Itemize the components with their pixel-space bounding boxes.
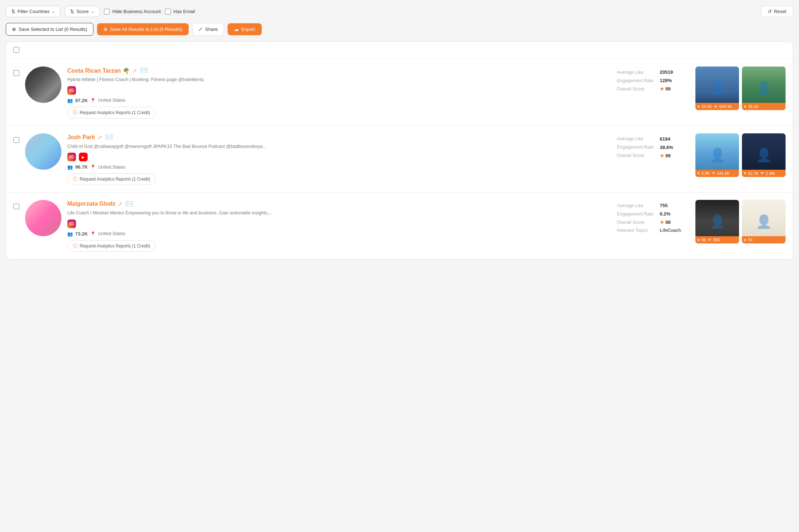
info-icon: ⓘ bbox=[73, 243, 77, 249]
card-info-1: Costa Rican Tarzan 🌴 ⬀ ✉️ Hybrid Athlete… bbox=[67, 66, 611, 118]
follower-row: 👥 73.2K 📍 United States bbox=[67, 231, 611, 237]
sort-icon: ⇅ bbox=[70, 9, 74, 14]
instagram-icon[interactable]: IG bbox=[67, 153, 76, 161]
avg-like-row: Average Like 755 bbox=[617, 203, 690, 208]
external-link-icon[interactable]: ⬀ bbox=[133, 68, 137, 73]
save-all-button[interactable]: ⊕ Save All Results to List (6 Results) bbox=[97, 23, 189, 35]
select-influencer-2[interactable] bbox=[13, 137, 19, 143]
info-icon: ⓘ bbox=[73, 109, 77, 116]
overall-score-value: ★ 98 bbox=[660, 219, 671, 225]
social-icons: IG ▶ bbox=[67, 153, 611, 161]
heart-icon: ♥ bbox=[744, 171, 746, 175]
reset-button[interactable]: ↺ Reset bbox=[761, 6, 793, 17]
hide-business-filter[interactable]: Hide Business Account bbox=[104, 9, 161, 15]
thumb-person-icon: 👤 bbox=[709, 81, 726, 96]
avatar-1 bbox=[25, 66, 61, 103]
engagement-rate-row: Engagement Rate 38.6% bbox=[617, 145, 690, 150]
thumb-stats-bar: ♥35.1K bbox=[742, 103, 786, 110]
avatar-2 bbox=[25, 133, 61, 170]
select-influencer-3[interactable] bbox=[13, 203, 19, 209]
external-link-icon[interactable]: ⬀ bbox=[98, 134, 102, 140]
action-bar: ⊕ Save Selected to List (0 Results) ⊕ Sa… bbox=[6, 23, 793, 36]
name-row: Malgorzata Glodz ⬀ ✉️ bbox=[67, 200, 611, 208]
select-influencer-1[interactable] bbox=[13, 70, 19, 76]
external-link-icon[interactable]: ⬀ bbox=[118, 201, 123, 207]
avg-like-value: 6194 bbox=[660, 136, 670, 142]
follower-count: 96.7K bbox=[75, 164, 88, 170]
save-selected-button[interactable]: ⊕ Save Selected to List (0 Results) bbox=[6, 23, 93, 36]
location-text: United States bbox=[98, 231, 125, 236]
analytics-button[interactable]: ⓘ Request Analytics Reports (1 Credit) bbox=[67, 240, 156, 252]
has-email-checkbox[interactable] bbox=[165, 9, 171, 15]
star-icon: ★ bbox=[660, 219, 664, 225]
save-all-icon: ⊕ bbox=[104, 27, 108, 32]
engagement-rate-label: Engagement Rate bbox=[617, 145, 657, 150]
email-icon: ✉️ bbox=[125, 200, 133, 208]
influencer-name[interactable]: Costa Rican Tarzan 🌴 bbox=[67, 67, 130, 74]
relevant-topics-value: LifeCoach bbox=[660, 228, 681, 233]
thumbnail-3-1[interactable]: 👤 ♥96 👁896 bbox=[695, 200, 739, 243]
heart-icon: ♥ bbox=[698, 105, 700, 109]
analytics-label: Request Analytics Reports (1 Credit) bbox=[80, 177, 150, 182]
avg-like-label: Average Like bbox=[617, 203, 657, 208]
reset-icon: ↺ bbox=[768, 9, 772, 14]
has-email-filter[interactable]: Has Email bbox=[165, 9, 195, 15]
engagement-rate-value: 38.6% bbox=[660, 145, 673, 150]
youtube-icon[interactable]: ▶ bbox=[79, 153, 88, 161]
analytics-button[interactable]: ⓘ Request Analytics Reports (1 Credit) bbox=[67, 107, 156, 118]
heart-icon: ♥ bbox=[698, 238, 700, 242]
thumb-person-icon: 👤 bbox=[756, 148, 772, 163]
analytics-label: Request Analytics Reports (1 Credit) bbox=[80, 243, 150, 249]
thumbnails-3: 👤 ♥96 👁896 👤 ♥54 bbox=[695, 200, 786, 243]
follower-row: 👥 97.2K 📍 United States bbox=[67, 98, 611, 103]
share-icon: ⤢ bbox=[198, 27, 202, 32]
influencer-card: Malgorzata Glodz ⬀ ✉️ Life Coach / Minds… bbox=[6, 193, 793, 259]
name-row: Costa Rican Tarzan 🌴 ⬀ ✉️ bbox=[67, 66, 611, 74]
engagement-rate-label: Engagement Rate bbox=[617, 211, 657, 217]
followers-icon: 👥 bbox=[67, 164, 73, 170]
thumbnail-2-2[interactable]: 👤 ♥62.7K 👁2.4M bbox=[742, 133, 786, 177]
share-label: Share bbox=[205, 27, 218, 32]
card-checkbox-2 bbox=[13, 137, 19, 144]
thumb-person-icon: 👤 bbox=[756, 81, 772, 96]
hide-business-checkbox[interactable] bbox=[104, 9, 110, 15]
save-selected-label: Save Selected to List (0 Results) bbox=[19, 27, 87, 32]
cards-container: Costa Rican Tarzan 🌴 ⬀ ✉️ Hybrid Athlete… bbox=[6, 59, 793, 259]
star-icon: ★ bbox=[660, 86, 664, 92]
analytics-label: Request Analytics Reports (1 Credit) bbox=[80, 110, 150, 115]
analytics-button[interactable]: ⓘ Request Analytics Reports (1 Credit) bbox=[67, 173, 156, 185]
thumbnails-2: 👤 ♥6.9K 👁341.6K 👤 ♥62.7K 👁2.4M bbox=[695, 133, 786, 177]
thumbnail-1-2[interactable]: 👤 ♥35.1K bbox=[742, 66, 786, 110]
name-row: Josh Park ⬀ ✉️ bbox=[67, 133, 611, 141]
export-button[interactable]: ☁ Export bbox=[228, 23, 262, 35]
avg-like-value: 20519 bbox=[660, 69, 673, 75]
email-icon: ✉️ bbox=[105, 133, 113, 141]
info-icon: ⓘ bbox=[73, 176, 77, 182]
thumb-person-icon: 👤 bbox=[709, 148, 726, 163]
eye-icon: 👁 bbox=[708, 238, 711, 242]
social-icons: IG bbox=[67, 86, 611, 95]
thumbnail-1-1[interactable]: 👤 ♥64.2K 👁608.3K bbox=[695, 66, 739, 110]
filter-countries-button[interactable]: ⇅ Filter Countries ⌄ bbox=[6, 6, 60, 17]
overall-score-label: Overall Score bbox=[617, 220, 657, 225]
instagram-icon[interactable]: IG bbox=[67, 219, 76, 228]
thumb-stats-bar: ♥64.2K 👁608.3K bbox=[695, 103, 739, 110]
thumb-stats-bar: ♥96 👁896 bbox=[695, 236, 739, 243]
eye-icon: 👁 bbox=[714, 105, 718, 109]
thumbnail-2-1[interactable]: 👤 ♥6.9K 👁341.6K bbox=[695, 133, 739, 177]
results-container: Costa Rican Tarzan 🌴 ⬀ ✉️ Hybrid Athlete… bbox=[6, 41, 793, 260]
select-all-checkbox[interactable] bbox=[13, 47, 19, 53]
thumbnail-3-2[interactable]: 👤 ♥54 bbox=[742, 200, 786, 243]
instagram-icon[interactable]: IG bbox=[67, 86, 76, 95]
score-button[interactable]: ⇅ Score ⌄ bbox=[65, 6, 100, 17]
heart-icon: ♥ bbox=[744, 105, 746, 109]
follower-count: 73.2K bbox=[75, 231, 88, 237]
avg-like-label: Average Like bbox=[617, 70, 657, 75]
influencer-name[interactable]: Josh Park bbox=[67, 134, 95, 141]
engagement-rate-value: 128% bbox=[660, 78, 672, 83]
reset-label: Reset bbox=[774, 9, 786, 14]
share-button[interactable]: ⤢ Share bbox=[192, 23, 224, 36]
influencer-name[interactable]: Malgorzata Glodz bbox=[67, 201, 115, 207]
relevant-topics-label: Relevant Topics bbox=[617, 228, 657, 233]
filter-icon: ⇅ bbox=[11, 9, 15, 14]
